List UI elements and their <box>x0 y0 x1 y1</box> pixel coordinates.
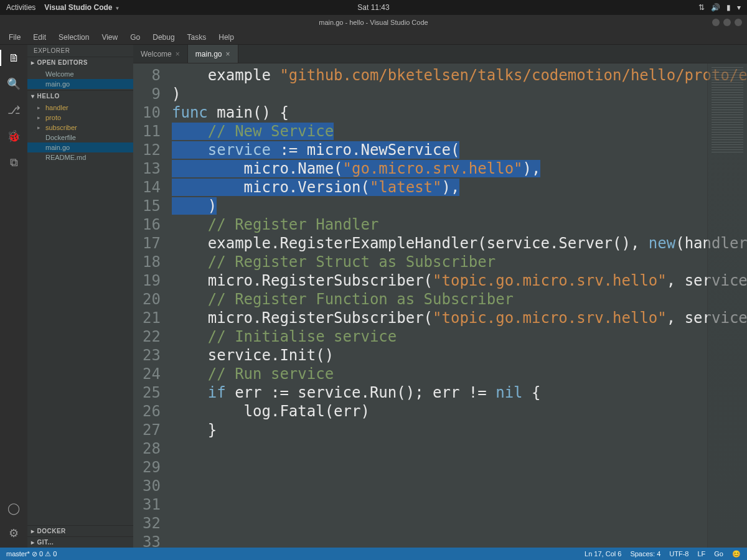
status-bar: master* ⊘ 0 ⚠ 0 Ln 17, Col 6Spaces: 4UTF… <box>0 548 747 560</box>
editor-tabs: Welcome×main.go× <box>133 45 747 63</box>
volume-icon[interactable]: 🔊 <box>711 3 720 12</box>
code-line[interactable]: service := micro.NewService( <box>172 141 747 159</box>
code-line[interactable]: func main() { <box>172 103 747 122</box>
menu-tasks[interactable]: Tasks <box>182 32 212 43</box>
battery-icon[interactable]: ▮ <box>726 3 731 12</box>
code-line[interactable]: log.Fatal(err) <box>172 402 747 421</box>
search-icon[interactable]: 🔍 <box>6 76 22 92</box>
status-item[interactable]: master* <box>6 550 30 558</box>
vscode-menubar: File Edit Selection View Go Debug Tasks … <box>0 30 747 45</box>
gnome-clock[interactable]: Sat 11:43 <box>251 3 496 12</box>
menu-selection[interactable]: Selection <box>54 32 94 43</box>
explorer-icon[interactable]: 🗎 <box>0 50 27 66</box>
debug-icon[interactable]: 🐞 <box>6 128 22 144</box>
code-line[interactable]: micro.RegisterSubscriber("topic.go.micro… <box>172 271 747 290</box>
status-item[interactable]: 😊 <box>732 550 741 558</box>
gnome-app-menu[interactable]: Visual Studio Code▼ <box>44 3 120 12</box>
window-title: main.go - hello - Visual Studio Code <box>44 19 703 26</box>
sidebar-section-collapsed[interactable]: ▸GIT... <box>27 536 133 548</box>
code-line[interactable]: // Register Handler <box>172 215 747 234</box>
folder-item[interactable]: ▸proto <box>27 113 133 123</box>
open-editor-item[interactable]: Welcome <box>27 69 133 79</box>
file-item[interactable]: Dockerfile <box>27 133 133 142</box>
code-line[interactable]: example "github.com/bketelsen/talks/code… <box>172 66 747 85</box>
code-line[interactable]: // Run service <box>172 365 747 383</box>
editor-tab[interactable]: Welcome× <box>133 45 188 63</box>
menu-debug[interactable]: Debug <box>148 32 179 43</box>
status-item[interactable]: Go <box>714 550 723 558</box>
menu-view[interactable]: View <box>96 32 123 43</box>
vscode-titlebar: main.go - hello - Visual Studio Code <box>0 15 747 30</box>
menu-go[interactable]: Go <box>125 32 145 43</box>
network-icon[interactable]: ⇅ <box>698 3 705 12</box>
source-control-icon[interactable]: ⎇ <box>6 102 22 118</box>
status-item[interactable]: UTF-8 <box>669 550 688 558</box>
line-number-gutter: 8910111213141516171819202122232425262728… <box>133 63 168 548</box>
status-item[interactable]: LF <box>697 550 705 558</box>
open-editors-header[interactable]: ▸OPEN EDITORS <box>27 57 133 68</box>
window-close-button[interactable] <box>735 19 742 26</box>
extensions-icon[interactable]: ⧉ <box>6 154 22 170</box>
accounts-icon[interactable]: ◯ <box>6 500 22 516</box>
status-item[interactable]: ⊘ 0 ⚠ 0 <box>32 550 57 558</box>
gnome-top-bar: Activities Visual Studio Code▼ Sat 11:43… <box>0 0 747 15</box>
code-line[interactable]: ) <box>172 85 747 103</box>
file-item[interactable]: main.go <box>27 142 133 152</box>
open-editors-list: Welcomemain.go <box>27 68 133 90</box>
code-line[interactable]: // Register Function as Subscriber <box>172 290 747 309</box>
code-line[interactable]: example.RegisterExampleHandler(service.S… <box>172 234 747 253</box>
explorer-title: EXPLORER <box>27 45 133 57</box>
settings-gear-icon[interactable]: ⚙ <box>6 525 22 541</box>
power-icon[interactable]: ▾ <box>737 3 741 12</box>
gnome-activities[interactable]: Activities <box>6 3 35 12</box>
code-editor[interactable]: 8910111213141516171819202122232425262728… <box>133 63 747 548</box>
code-line[interactable]: if err := service.Run(); err != nil { <box>172 383 747 402</box>
window-maximize-button[interactable] <box>723 19 731 26</box>
status-item[interactable]: Spaces: 4 <box>630 550 660 558</box>
code-line[interactable]: micro.Name("go.micro.srv.hello"), <box>172 159 747 178</box>
activity-bar: 🗎 🔍 ⎇ 🐞 ⧉ ◯ ⚙ <box>0 45 27 548</box>
code-line[interactable]: // Initialise service <box>172 327 747 346</box>
window-minimize-button[interactable] <box>712 19 720 26</box>
code-line[interactable]: micro.RegisterSubscriber("topic.go.micro… <box>172 309 747 327</box>
code-content[interactable]: example "github.com/bketelsen/talks/code… <box>168 63 747 548</box>
close-tab-icon[interactable]: × <box>226 50 230 58</box>
editor-area: Welcome×main.go× 89101112131415161718192… <box>133 45 747 548</box>
workspace-header[interactable]: ▾HELLO <box>27 90 133 101</box>
code-line[interactable]: // Register Struct as Subscriber <box>172 253 747 271</box>
code-line[interactable]: } <box>172 421 747 439</box>
file-item[interactable]: README.md <box>27 152 133 162</box>
folder-item[interactable]: ▸handler <box>27 103 133 113</box>
file-tree: ▸handler▸proto▸subscriberDockerfilemain.… <box>27 101 133 164</box>
code-line[interactable]: ) <box>172 197 747 215</box>
editor-tab[interactable]: main.go× <box>188 45 238 63</box>
code-line[interactable]: // New Service <box>172 122 747 141</box>
status-item[interactable]: Ln 17, Col 6 <box>585 550 621 558</box>
folder-item[interactable]: ▸subscriber <box>27 123 133 133</box>
code-line[interactable]: micro.Version("latest"), <box>172 178 747 197</box>
close-tab-icon[interactable]: × <box>176 50 180 58</box>
menu-edit[interactable]: Edit <box>28 32 51 43</box>
menu-file[interactable]: File <box>4 32 26 43</box>
menu-help[interactable]: Help <box>214 32 239 43</box>
code-line[interactable]: service.Init() <box>172 346 747 365</box>
open-editor-item[interactable]: main.go <box>27 79 133 89</box>
minimap[interactable] <box>707 63 747 548</box>
sidebar-section-collapsed[interactable]: ▸DOCKER <box>27 525 133 536</box>
explorer-sidebar: EXPLORER ▸OPEN EDITORS Welcomemain.go ▾H… <box>27 45 133 548</box>
